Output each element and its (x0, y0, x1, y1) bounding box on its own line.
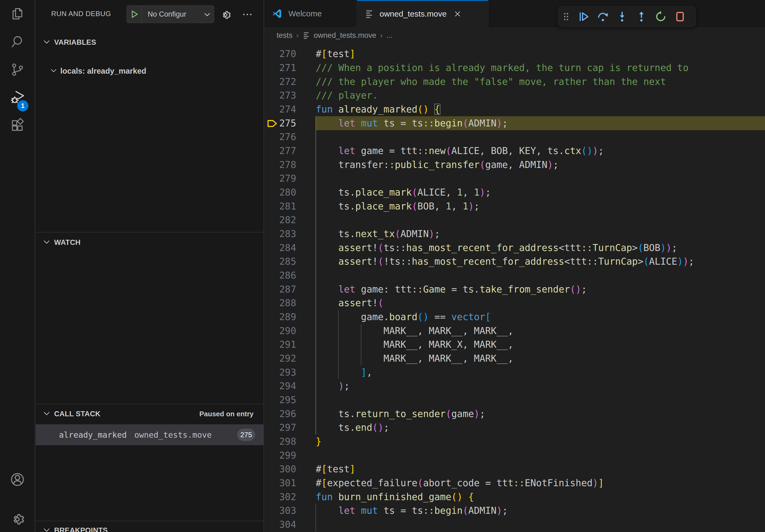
code-line: ], (316, 366, 372, 379)
debug-config-button[interactable]: No Configur (127, 5, 214, 23)
line-number[interactable]: 278 (270, 158, 296, 172)
chevron-down-icon (203, 10, 211, 20)
section-label: BREAKPOINTS (54, 526, 108, 532)
section-divider (36, 521, 264, 521)
line-number[interactable]: 287 (270, 282, 296, 296)
section-variables[interactable]: VARIABLES (36, 34, 264, 50)
frame-name: already_marked (59, 430, 127, 439)
code-line: /// the player who made the "false" move… (316, 75, 666, 89)
breadcrumb-folder[interactable]: tests (277, 31, 293, 40)
code-line: transfer::public_transfer(game, ADMIN); (316, 158, 559, 172)
section-divider (36, 404, 264, 404)
line-number[interactable]: 275 (270, 116, 296, 130)
line-number[interactable]: 299 (270, 448, 296, 462)
line-number[interactable]: 300 (270, 462, 296, 476)
line-number[interactable]: 289 (270, 310, 296, 324)
line-number[interactable]: 270 (270, 47, 296, 61)
breadcrumb-file[interactable]: owned_tests.move (314, 31, 376, 40)
activitybar-item-accounts[interactable] (0, 465, 35, 493)
breadcrumb-more[interactable]: ... (386, 31, 392, 40)
activitybar-item-run-and-debug[interactable]: 1 (0, 84, 35, 112)
debug-settings-gear-icon[interactable] (220, 9, 232, 21)
config-dropdown-label[interactable]: No Configur (142, 10, 204, 19)
code-line: let game: ttt::Game = ts.take_from_sende… (316, 282, 587, 296)
close-icon[interactable] (453, 10, 461, 18)
line-number[interactable]: 277 (270, 144, 296, 158)
code-line: MARK__, MARK_X, MARK__, (316, 338, 513, 352)
line-number[interactable]: 283 (270, 227, 296, 241)
chevron-down-icon (42, 526, 51, 532)
variables-scope-row[interactable]: locals: already_marked (36, 63, 264, 79)
activitybar-item-settings[interactable] (0, 505, 35, 532)
line-number[interactable]: 302 (270, 490, 296, 504)
line-number[interactable]: 304 (270, 518, 296, 531)
line-number[interactable]: 291 (270, 338, 296, 352)
code-line: ts.end(); (316, 420, 389, 434)
section-call-stack[interactable]: CALL STACK Paused on entry (36, 406, 264, 422)
line-number[interactable]: 293 (270, 366, 296, 379)
restart-button[interactable] (651, 8, 670, 25)
drag-handle-icon[interactable] (558, 10, 574, 23)
continue-button[interactable] (574, 8, 593, 25)
call-stack-frame-row[interactable]: already_marked owned_tests.move 275 (36, 424, 264, 445)
line-number[interactable]: 294 (270, 379, 296, 393)
section-divider (36, 232, 264, 232)
file-icon (302, 31, 311, 39)
line-number[interactable]: 281 (270, 199, 296, 213)
start-debug-segment[interactable] (127, 6, 142, 23)
restart-icon (655, 10, 667, 23)
line-number[interactable]: 280 (270, 185, 296, 199)
activitybar-item-source-control[interactable] (0, 56, 35, 84)
search-icon (10, 34, 25, 49)
line-number[interactable]: 292 (270, 352, 296, 366)
line-number[interactable]: 284 (270, 241, 296, 255)
chevron-down-icon (42, 409, 51, 419)
line-number[interactable]: 296 (270, 407, 296, 421)
tab-owned-tests[interactable]: owned_tests.move (357, 0, 488, 27)
debug-badge: 1 (17, 100, 28, 112)
line-number[interactable]: 271 (270, 61, 296, 75)
section-watch[interactable]: WATCH (36, 234, 264, 250)
code-line: let game = ttt::new(ALICE, BOB, KEY, ts.… (316, 144, 604, 158)
stop-icon (674, 10, 686, 23)
continue-icon (577, 10, 590, 23)
more-actions-icon[interactable] (242, 9, 253, 21)
file-icon (365, 9, 374, 19)
line-number[interactable]: 298 (270, 434, 296, 448)
code-line: ts.place_mark(ALICE, 1, 1); (316, 185, 491, 199)
chevron-down-icon (50, 67, 58, 76)
section-breakpoints[interactable]: BREAKPOINTS (36, 522, 264, 532)
chevron-down-icon (42, 38, 51, 47)
line-number[interactable]: 290 (270, 324, 296, 338)
step-out-button[interactable] (632, 8, 651, 25)
line-number[interactable]: 273 (270, 89, 296, 102)
line-number[interactable]: 276 (270, 130, 296, 144)
tab-welcome[interactable]: Welcome (265, 0, 357, 27)
line-number[interactable]: 301 (270, 476, 296, 490)
code-line: assert!( (316, 296, 383, 310)
activitybar-item-search[interactable] (0, 28, 35, 56)
step-out-icon (635, 10, 648, 23)
code-line: let mut ts = ts::begin(ADMIN); (316, 504, 508, 518)
line-number[interactable]: 285 (270, 254, 296, 268)
activitybar-item-extensions[interactable] (0, 112, 35, 139)
line-number[interactable]: 282 (270, 213, 296, 227)
line-number[interactable]: 295 (270, 393, 296, 407)
activitybar-item-explorer[interactable] (0, 0, 35, 28)
line-number[interactable]: 279 (270, 171, 296, 185)
line-number[interactable]: 272 (270, 75, 296, 89)
line-number[interactable]: 297 (270, 420, 296, 434)
line-number[interactable]: 286 (270, 268, 296, 282)
section-label: CALL STACK (54, 410, 101, 418)
code-area[interactable]: 270#[test]271/// When a position is alre… (265, 44, 765, 532)
stop-button[interactable] (670, 8, 690, 25)
line-number[interactable]: 303 (270, 504, 296, 518)
line-number[interactable]: 274 (270, 102, 296, 116)
code-line: assert!(!ts::has_most_recent_for_address… (316, 254, 694, 268)
frame-line-badge: 275 (237, 428, 255, 441)
step-into-button[interactable] (612, 8, 632, 25)
frame-file: owned_tests.move (134, 430, 212, 439)
step-over-button[interactable] (593, 8, 612, 25)
chevron-right-icon: › (380, 31, 382, 40)
line-number[interactable]: 288 (270, 296, 296, 310)
